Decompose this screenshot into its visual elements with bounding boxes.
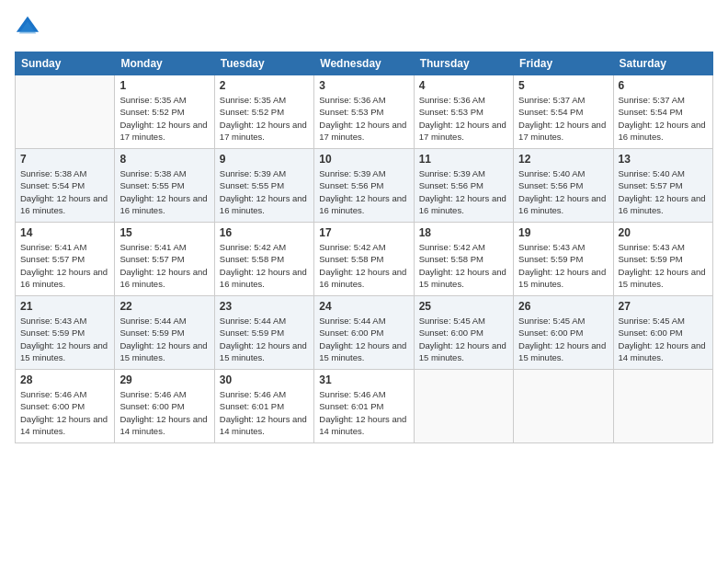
- day-number: 15: [119, 226, 209, 239]
- day-info: Sunrise: 5:45 AM Sunset: 6:00 PM Dayligh…: [419, 315, 508, 363]
- main-container: SundayMondayTuesdayWednesdayThursdayFrid…: [0, 0, 728, 451]
- logo: [15, 15, 44, 40]
- day-info: Sunrise: 5:35 AM Sunset: 5:52 PM Dayligh…: [119, 94, 209, 143]
- calendar-cell: 9Sunrise: 5:39 AM Sunset: 5:55 PM Daylig…: [214, 149, 313, 223]
- calendar-cell: [414, 370, 513, 443]
- day-info: Sunrise: 5:38 AM Sunset: 5:54 PM Dayligh…: [20, 167, 109, 216]
- day-info: Sunrise: 5:41 AM Sunset: 5:57 PM Dayligh…: [119, 241, 209, 290]
- day-info: Sunrise: 5:42 AM Sunset: 5:58 PM Dayligh…: [319, 241, 408, 290]
- day-number: 25: [419, 300, 508, 313]
- day-info: Sunrise: 5:37 AM Sunset: 5:54 PM Dayligh…: [518, 94, 608, 143]
- calendar-cell: 6Sunrise: 5:37 AM Sunset: 5:54 PM Daylig…: [613, 75, 712, 149]
- day-number: 23: [220, 300, 309, 313]
- week-row-4: 21Sunrise: 5:43 AM Sunset: 5:59 PM Dayli…: [16, 296, 713, 370]
- day-number: 24: [319, 300, 408, 313]
- day-number: 10: [319, 153, 408, 166]
- day-info: Sunrise: 5:45 AM Sunset: 6:00 PM Dayligh…: [518, 315, 608, 363]
- day-info: Sunrise: 5:44 AM Sunset: 5:59 PM Dayligh…: [119, 315, 209, 363]
- day-number: 17: [319, 226, 408, 239]
- day-info: Sunrise: 5:46 AM Sunset: 6:01 PM Dayligh…: [319, 388, 408, 437]
- day-number: 30: [220, 373, 309, 386]
- calendar-cell: 21Sunrise: 5:43 AM Sunset: 5:59 PM Dayli…: [16, 296, 115, 370]
- day-info: Sunrise: 5:46 AM Sunset: 6:00 PM Dayligh…: [119, 388, 209, 437]
- day-number: 27: [619, 300, 708, 313]
- day-number: 6: [619, 79, 708, 92]
- calendar-cell: 1Sunrise: 5:35 AM Sunset: 5:52 PM Daylig…: [115, 75, 214, 149]
- day-info: Sunrise: 5:38 AM Sunset: 5:55 PM Dayligh…: [119, 167, 209, 216]
- calendar-cell: 29Sunrise: 5:46 AM Sunset: 6:00 PM Dayli…: [115, 370, 214, 443]
- calendar-cell: 23Sunrise: 5:44 AM Sunset: 5:59 PM Dayli…: [214, 296, 313, 370]
- day-info: Sunrise: 5:37 AM Sunset: 5:54 PM Dayligh…: [619, 94, 708, 143]
- col-header-friday: Friday: [514, 52, 613, 75]
- col-header-thursday: Thursday: [414, 52, 513, 75]
- calendar-cell: 12Sunrise: 5:40 AM Sunset: 5:56 PM Dayli…: [514, 149, 613, 223]
- header: [15, 15, 713, 40]
- day-number: 7: [20, 153, 109, 166]
- week-row-3: 14Sunrise: 5:41 AM Sunset: 5:57 PM Dayli…: [16, 223, 713, 296]
- day-info: Sunrise: 5:40 AM Sunset: 5:57 PM Dayligh…: [619, 167, 708, 216]
- calendar-cell: 8Sunrise: 5:38 AM Sunset: 5:55 PM Daylig…: [115, 149, 214, 223]
- day-info: Sunrise: 5:46 AM Sunset: 6:01 PM Dayligh…: [220, 388, 309, 437]
- day-info: Sunrise: 5:45 AM Sunset: 6:00 PM Dayligh…: [619, 315, 708, 363]
- day-info: Sunrise: 5:35 AM Sunset: 5:52 PM Dayligh…: [220, 94, 309, 143]
- calendar-cell: 22Sunrise: 5:44 AM Sunset: 5:59 PM Dayli…: [115, 296, 214, 370]
- day-info: Sunrise: 5:40 AM Sunset: 5:56 PM Dayligh…: [518, 167, 608, 216]
- header-row: SundayMondayTuesdayWednesdayThursdayFrid…: [16, 52, 713, 75]
- calendar-cell: 16Sunrise: 5:42 AM Sunset: 5:58 PM Dayli…: [214, 223, 313, 296]
- calendar-cell: 13Sunrise: 5:40 AM Sunset: 5:57 PM Dayli…: [613, 149, 712, 223]
- calendar-cell: 30Sunrise: 5:46 AM Sunset: 6:01 PM Dayli…: [214, 370, 313, 443]
- day-info: Sunrise: 5:39 AM Sunset: 5:56 PM Dayligh…: [419, 167, 508, 216]
- col-header-wednesday: Wednesday: [314, 52, 414, 75]
- col-header-monday: Monday: [115, 52, 214, 75]
- day-info: Sunrise: 5:39 AM Sunset: 5:55 PM Dayligh…: [220, 167, 309, 216]
- day-info: Sunrise: 5:42 AM Sunset: 5:58 PM Dayligh…: [419, 241, 508, 290]
- calendar-cell: 5Sunrise: 5:37 AM Sunset: 5:54 PM Daylig…: [514, 75, 613, 149]
- col-header-saturday: Saturday: [613, 52, 712, 75]
- day-info: Sunrise: 5:36 AM Sunset: 5:53 PM Dayligh…: [419, 94, 508, 143]
- day-info: Sunrise: 5:42 AM Sunset: 5:58 PM Dayligh…: [220, 241, 309, 290]
- day-number: 1: [119, 79, 209, 92]
- day-number: 11: [419, 153, 508, 166]
- day-number: 21: [20, 300, 109, 313]
- calendar-cell: 25Sunrise: 5:45 AM Sunset: 6:00 PM Dayli…: [414, 296, 513, 370]
- logo-icon: [15, 15, 40, 40]
- day-number: 3: [319, 79, 408, 92]
- calendar-cell: 14Sunrise: 5:41 AM Sunset: 5:57 PM Dayli…: [16, 223, 115, 296]
- day-number: 2: [220, 79, 309, 92]
- day-number: 9: [220, 153, 309, 166]
- calendar-table: SundayMondayTuesdayWednesdayThursdayFrid…: [15, 52, 713, 443]
- day-number: 18: [419, 226, 508, 239]
- day-number: 4: [419, 79, 508, 92]
- day-info: Sunrise: 5:39 AM Sunset: 5:56 PM Dayligh…: [319, 167, 408, 216]
- day-number: 29: [119, 373, 209, 386]
- calendar-cell: 2Sunrise: 5:35 AM Sunset: 5:52 PM Daylig…: [214, 75, 313, 149]
- calendar-cell: 26Sunrise: 5:45 AM Sunset: 6:00 PM Dayli…: [514, 296, 613, 370]
- day-number: 13: [619, 153, 708, 166]
- day-info: Sunrise: 5:43 AM Sunset: 5:59 PM Dayligh…: [619, 241, 708, 290]
- day-number: 26: [518, 300, 608, 313]
- day-number: 28: [20, 373, 109, 386]
- day-info: Sunrise: 5:43 AM Sunset: 5:59 PM Dayligh…: [518, 241, 608, 290]
- day-number: 5: [518, 79, 608, 92]
- week-row-5: 28Sunrise: 5:46 AM Sunset: 6:00 PM Dayli…: [16, 370, 713, 443]
- calendar-cell: [514, 370, 613, 443]
- week-row-1: 1Sunrise: 5:35 AM Sunset: 5:52 PM Daylig…: [16, 75, 713, 149]
- week-row-2: 7Sunrise: 5:38 AM Sunset: 5:54 PM Daylig…: [16, 149, 713, 223]
- day-number: 16: [220, 226, 309, 239]
- day-number: 12: [518, 153, 608, 166]
- calendar-cell: 7Sunrise: 5:38 AM Sunset: 5:54 PM Daylig…: [16, 149, 115, 223]
- day-number: 20: [619, 226, 708, 239]
- calendar-cell: 27Sunrise: 5:45 AM Sunset: 6:00 PM Dayli…: [613, 296, 712, 370]
- calendar-cell: [16, 75, 115, 149]
- calendar-cell: 18Sunrise: 5:42 AM Sunset: 5:58 PM Dayli…: [414, 223, 513, 296]
- calendar-cell: 28Sunrise: 5:46 AM Sunset: 6:00 PM Dayli…: [16, 370, 115, 443]
- calendar-cell: 11Sunrise: 5:39 AM Sunset: 5:56 PM Dayli…: [414, 149, 513, 223]
- col-header-tuesday: Tuesday: [214, 52, 313, 75]
- calendar-cell: 4Sunrise: 5:36 AM Sunset: 5:53 PM Daylig…: [414, 75, 513, 149]
- day-info: Sunrise: 5:41 AM Sunset: 5:57 PM Dayligh…: [20, 241, 109, 290]
- calendar-cell: 3Sunrise: 5:36 AM Sunset: 5:53 PM Daylig…: [314, 75, 414, 149]
- day-info: Sunrise: 5:44 AM Sunset: 5:59 PM Dayligh…: [220, 315, 309, 363]
- calendar-cell: 19Sunrise: 5:43 AM Sunset: 5:59 PM Dayli…: [514, 223, 613, 296]
- calendar-cell: 24Sunrise: 5:44 AM Sunset: 6:00 PM Dayli…: [314, 296, 414, 370]
- calendar-cell: 10Sunrise: 5:39 AM Sunset: 5:56 PM Dayli…: [314, 149, 414, 223]
